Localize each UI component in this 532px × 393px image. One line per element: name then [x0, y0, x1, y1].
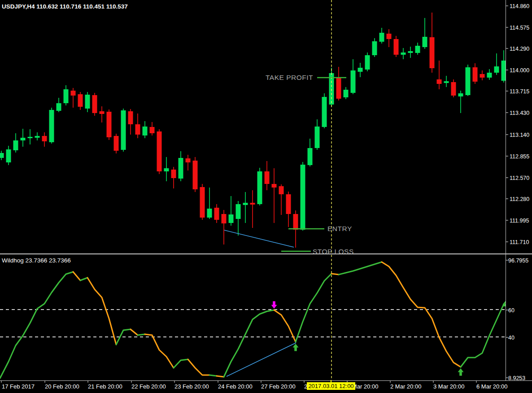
price-axis[interactable]: 114.860114.575114.290114.000113.715113.4… — [506, 3, 529, 245]
candle-body — [78, 94, 83, 107]
candle-body — [430, 37, 435, 68]
candlesticks — [0, 13, 506, 248]
indicator-tick-label: 96.7955 — [508, 258, 528, 264]
indicator-segment — [131, 329, 138, 335]
candle-body — [0, 153, 4, 158]
candle-body — [315, 127, 320, 148]
candle-body — [415, 46, 420, 53]
candle-body — [387, 34, 392, 39]
indicator-segment — [87, 278, 116, 345]
signal-arrows[interactable] — [271, 301, 464, 376]
candle-body — [336, 77, 341, 99]
candle-body — [286, 194, 291, 214]
candle-body — [114, 136, 119, 151]
indicator-segment — [339, 262, 382, 275]
candle-body — [501, 61, 506, 81]
candle-body — [344, 90, 349, 97]
highlighted-time-label: 2017.03.01 12:00 — [308, 383, 353, 389]
candle-body — [21, 138, 26, 140]
candle-body — [42, 136, 47, 141]
candle-body — [372, 41, 377, 55]
candle-body — [466, 67, 471, 95]
candle-body — [179, 158, 183, 179]
time-tick-label: 20 Feb 20:00 — [45, 383, 79, 390]
candle-body — [135, 124, 140, 135]
candle-body — [57, 103, 61, 111]
candle-body — [28, 137, 33, 138]
candle-body — [480, 74, 485, 78]
price-tick-label: 114.000 — [510, 67, 529, 74]
price-tick-label: 114.290 — [510, 46, 529, 52]
candle-body — [100, 111, 105, 114]
candle-body — [458, 93, 463, 96]
indicator-segment — [188, 359, 209, 375]
stop-loss-label[interactable]: STOP LOSS — [313, 248, 354, 255]
candle-body — [49, 110, 54, 142]
candle-body — [322, 97, 327, 127]
price-tick-label: 113.715 — [510, 88, 529, 95]
indicator-segment — [382, 262, 461, 367]
candle-body — [6, 149, 11, 162]
entry-label[interactable]: ENTRY — [327, 225, 352, 232]
price-tick-label: 114.575 — [510, 25, 529, 31]
candle-body — [351, 70, 356, 93]
candle-body — [214, 208, 219, 220]
indicator-segment — [0, 272, 73, 378]
time-tick-label: 2 Mar 20:00 — [390, 383, 421, 390]
take-profit-label[interactable]: TAKE PROFIT — [266, 74, 313, 81]
time-tick-label: 23 Feb 20:00 — [174, 383, 209, 390]
price-trendline[interactable] — [224, 230, 294, 247]
indicator-tick-label: 40 — [508, 335, 515, 341]
candle-body — [423, 37, 427, 47]
candle-body — [379, 33, 384, 42]
indicator-segment — [209, 375, 217, 376]
candle-body — [186, 158, 191, 162]
indicator-segment — [138, 334, 145, 335]
candle-body — [222, 214, 227, 223]
indicator-trendline[interactable] — [227, 343, 296, 376]
candle-body — [308, 148, 313, 165]
indicator-segment — [145, 334, 174, 368]
price-tick-label: 111.710 — [510, 239, 529, 245]
indicator-current-value-marker — [503, 304, 506, 306]
candle-body — [92, 95, 97, 113]
buy-signal-arrow-icon[interactable] — [293, 344, 299, 351]
mt4-chart-window: 114.860114.575114.290114.000113.715113.4… — [0, 0, 532, 393]
candle-body — [229, 214, 234, 223]
indicator-segment — [80, 278, 87, 280]
trading-chart: 114.860114.575114.290114.000113.715113.4… — [0, 0, 532, 393]
candle-body — [408, 51, 413, 53]
time-tick-label: 22 Feb 20:00 — [131, 383, 166, 390]
candle-body — [279, 186, 284, 194]
candle-body — [437, 79, 442, 84]
indicator-segment — [224, 310, 274, 377]
wildhog-indicator-line — [0, 262, 507, 378]
price-tick-label: 113.430 — [510, 110, 529, 116]
candle-body — [272, 184, 277, 188]
candle-body — [301, 165, 305, 230]
price-tick-label: 111.995 — [510, 218, 529, 224]
buy-signal-arrow-icon[interactable] — [458, 368, 464, 376]
time-tick-label: 6 Mar 20:00 — [476, 383, 507, 390]
time-tick-label: 24 Feb 20:00 — [218, 383, 253, 390]
candle-body — [207, 209, 212, 218]
chart-frame — [0, 0, 532, 381]
sell-signal-arrow-icon[interactable] — [271, 301, 277, 309]
indicator-segment — [296, 274, 331, 342]
time-axis[interactable]: 17 Feb 201720 Feb 20:0021 Feb 20:0022 Fe… — [1, 380, 507, 390]
candle-body — [71, 91, 76, 96]
candle-body — [171, 170, 176, 178]
candle-body — [35, 136, 40, 138]
candle-body — [13, 140, 18, 150]
candle-body — [193, 161, 198, 189]
price-tick-label: 112.570 — [510, 175, 529, 181]
candle-body — [236, 204, 241, 219]
candle-body — [444, 81, 449, 83]
candle-body — [150, 127, 155, 133]
candle-body — [243, 203, 248, 205]
candle-body — [257, 171, 262, 204]
candle-body — [494, 66, 499, 73]
indicator-axis[interactable]: 96.795560408.9253 — [506, 258, 528, 381]
indicator-level-lines[interactable] — [0, 310, 506, 337]
candle-body — [164, 168, 169, 171]
